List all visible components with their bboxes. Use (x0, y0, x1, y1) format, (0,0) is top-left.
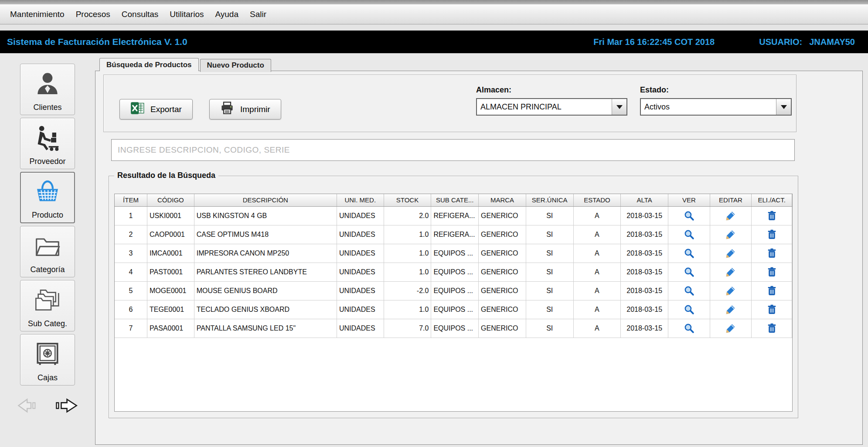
cell[interactable]: A (573, 263, 621, 281)
cell[interactable]: UNIDADES (337, 225, 384, 244)
magnifier-icon[interactable] (683, 248, 694, 259)
cell[interactable]: 2018-03-15 (621, 300, 668, 319)
cell[interactable]: SI (526, 263, 573, 281)
table-row[interactable]: 3IMCA0001IMPRESORA CANON MP250UNIDADES1.… (115, 244, 792, 263)
cell[interactable]: 5 (115, 281, 147, 300)
trash-icon[interactable] (766, 304, 777, 315)
menu-salir[interactable]: Salir (244, 6, 272, 23)
menu-mantenimiento[interactable]: Mantenimiento (4, 6, 70, 23)
cell[interactable]: GENERICO (479, 319, 526, 338)
pencil-icon[interactable] (725, 285, 736, 297)
trash-icon[interactable] (766, 285, 777, 297)
cell[interactable]: PANTALLA SAMSUNG LED 15" (194, 319, 337, 338)
cell[interactable]: SI (526, 244, 573, 263)
tab-nuevo-producto[interactable]: Nuevo Producto (200, 59, 271, 72)
cell[interactable]: 7 (115, 319, 147, 338)
cell[interactable]: GENERICO (479, 225, 526, 244)
cell[interactable]: -2.0 (384, 281, 431, 300)
cell[interactable]: EQUIPOS ... (431, 263, 479, 281)
cell[interactable]: 2018-03-15 (621, 225, 668, 244)
cell[interactable]: EQUIPOS ... (431, 300, 479, 319)
action-cell[interactable] (668, 206, 710, 225)
cell[interactable]: GENERICO (479, 300, 526, 319)
sidebar-item-subcategoria[interactable]: Sub Categ. (20, 280, 75, 331)
magnifier-icon[interactable] (683, 210, 694, 222)
cell[interactable]: 2018-03-15 (621, 281, 668, 300)
cell[interactable]: REFIGERA... (431, 225, 479, 244)
almacen-select[interactable]: ALMACEN PRINCIPAL (476, 98, 627, 116)
action-cell[interactable] (668, 300, 710, 319)
table-row[interactable]: 2CAOP0001CASE OPTIMUS M418UNIDADES1.0REF… (115, 225, 792, 244)
pencil-icon[interactable] (725, 323, 736, 334)
back-arrow-icon[interactable] (17, 396, 45, 416)
action-cell[interactable] (710, 300, 752, 319)
sidebar-item-clientes[interactable]: Clientes (20, 64, 75, 115)
action-cell[interactable] (668, 225, 710, 244)
menu-consultas[interactable]: Consultas (116, 6, 164, 23)
cell[interactable]: UNIDADES (337, 281, 384, 300)
cell[interactable]: A (573, 319, 621, 338)
cell[interactable]: EQUIPOS ... (431, 244, 479, 263)
chevron-down-icon[interactable] (612, 99, 626, 115)
cell[interactable]: GENERICO (479, 244, 526, 263)
cell[interactable]: PAST0001 (147, 263, 194, 281)
cell[interactable]: MOUSE GENIUS BOARD (194, 281, 337, 300)
forward-arrow-icon[interactable] (50, 396, 78, 416)
column-header-marca[interactable]: MARCA (479, 194, 526, 206)
action-cell[interactable] (752, 263, 792, 281)
cell[interactable]: USB KINGSTON 4 GB (194, 206, 337, 225)
column-header-ver[interactable]: VER (668, 194, 710, 206)
cell[interactable]: A (573, 225, 621, 244)
menu-utilitarios[interactable]: Utilitarios (164, 6, 209, 23)
cell[interactable]: EQUIPOS ... (431, 319, 479, 338)
cell[interactable]: UNIDADES (337, 300, 384, 319)
cell[interactable]: USKI0001 (147, 206, 194, 225)
pencil-icon[interactable] (725, 229, 736, 240)
cell[interactable]: IMCA0001 (147, 244, 194, 263)
cell[interactable]: SI (526, 281, 573, 300)
cell[interactable]: 2018-03-15 (621, 206, 668, 225)
column-header-código[interactable]: CÓDIGO (147, 194, 194, 206)
trash-icon[interactable] (766, 248, 777, 259)
cell[interactable]: UNIDADES (337, 206, 384, 225)
action-cell[interactable] (752, 300, 792, 319)
column-header-eli-act-[interactable]: ELI./ACT. (752, 194, 792, 206)
column-header-descripción[interactable]: DESCRIPCIÓN (194, 194, 337, 206)
cell[interactable]: PASA0001 (147, 319, 194, 338)
cell[interactable]: 3 (115, 244, 147, 263)
action-cell[interactable] (752, 319, 792, 338)
column-header-sub-cate-[interactable]: SUB CATE... (431, 194, 479, 206)
cell[interactable]: 2018-03-15 (621, 244, 668, 263)
estado-select[interactable]: Activos (640, 98, 792, 116)
cell[interactable]: 7.0 (384, 319, 431, 338)
cell[interactable]: CASE OPTIMUS M418 (194, 225, 337, 244)
pencil-icon[interactable] (725, 304, 736, 315)
cell[interactable]: 2 (115, 225, 147, 244)
cell[interactable]: 1.0 (384, 263, 431, 281)
cell[interactable]: A (573, 244, 621, 263)
cell[interactable]: MOGE0001 (147, 281, 194, 300)
cell[interactable]: SI (526, 225, 573, 244)
action-cell[interactable] (710, 319, 752, 338)
action-cell[interactable] (710, 225, 752, 244)
table-row[interactable]: 4PAST0001PARLANTES STEREO LANDBYTEUNIDAD… (115, 263, 792, 281)
cell[interactable]: TECLADO GENIUS XBOARD (194, 300, 337, 319)
cell[interactable]: A (573, 206, 621, 225)
table-row[interactable]: 1USKI0001USB KINGSTON 4 GBUNIDADES2.0REF… (115, 206, 792, 225)
magnifier-icon[interactable] (683, 285, 694, 297)
sidebar-item-cajas[interactable]: Cajas (20, 334, 75, 386)
export-button[interactable]: Exportar (119, 99, 193, 119)
pencil-icon[interactable] (725, 248, 736, 259)
action-cell[interactable] (668, 319, 710, 338)
table-row[interactable]: 6TEGE0001TECLADO GENIUS XBOARDUNIDADES1.… (115, 300, 792, 319)
sidebar-item-categoria[interactable]: Categoría (20, 226, 75, 277)
cell[interactable]: A (573, 281, 621, 300)
menu-procesos[interactable]: Procesos (70, 6, 116, 23)
cell[interactable]: SI (526, 206, 573, 225)
action-cell[interactable] (710, 281, 752, 300)
action-cell[interactable] (710, 244, 752, 263)
column-header-alta[interactable]: ALTA (621, 194, 668, 206)
tab-busqueda-productos[interactable]: Búsqueda de Productos (99, 58, 199, 71)
cell[interactable]: TEGE0001 (147, 300, 194, 319)
column-header-uni-med-[interactable]: UNI. MED. (337, 194, 384, 206)
